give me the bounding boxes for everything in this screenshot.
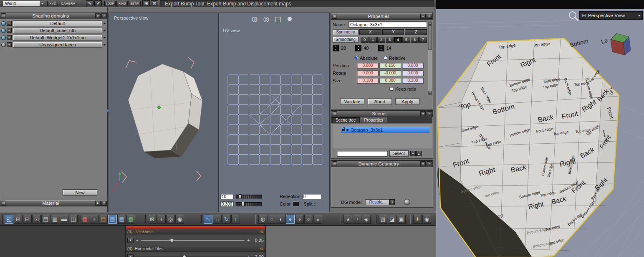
- snap-toggle-icon[interactable]: ⊠: [148, 215, 157, 224]
- close-icon[interactable]: ✕: [427, 14, 432, 19]
- close-icon[interactable]: ✕: [427, 111, 432, 116]
- collapse-tree-icon[interactable]: ▼: [410, 151, 416, 156]
- absolute-radio[interactable]: [354, 56, 358, 60]
- add-domain-icon[interactable]: +: [7, 21, 12, 26]
- tile-v-input[interactable]: [220, 201, 234, 207]
- xyz-button[interactable]: XYZ: [47, 1, 58, 6]
- symmetry-axis-x[interactable]: X: [359, 29, 381, 35]
- uv-vertex[interactable]: [227, 94, 229, 95]
- smoothing-level-2[interactable]: 2: [377, 37, 385, 43]
- uv-vertex[interactable]: [238, 144, 239, 145]
- view-selector-dropdown[interactable]: ⊞ Perspective View ▼: [579, 11, 643, 20]
- uv-vertex[interactable]: [312, 124, 313, 125]
- slider-handle[interactable]: [182, 255, 187, 257]
- chevron-down-icon[interactable]: ▼: [389, 199, 395, 205]
- uv-vertex[interactable]: [280, 154, 281, 155]
- uv-vertex[interactable]: [248, 164, 250, 165]
- apply-button[interactable]: Apply: [395, 98, 419, 105]
- repetition-input[interactable]: [302, 194, 321, 199]
- smoothing-button[interactable]: Smoothing: [333, 37, 359, 43]
- uv-vertex[interactable]: [270, 84, 271, 86]
- uv-vertex[interactable]: [238, 104, 239, 105]
- smoothing-level-0[interactable]: 0: [361, 37, 369, 43]
- uv-canvas[interactable]: [219, 13, 330, 212]
- uv-vertex[interactable]: [227, 144, 229, 145]
- count-spinner-1[interactable]: ▴▾: [355, 45, 361, 51]
- ghost-sphere-icon[interactable]: ◒: [313, 215, 322, 224]
- uv-vertex[interactable]: [238, 84, 239, 86]
- smoothing-level-4[interactable]: 4: [394, 37, 402, 43]
- loop-button[interactable]: LOOP: [104, 1, 116, 6]
- uv-vertex[interactable]: [227, 104, 229, 105]
- minus-icon[interactable]: −: [136, 238, 139, 243]
- selection-count-icon[interactable]: ⊡: [151, 0, 158, 6]
- uv-vertex[interactable]: [259, 144, 260, 145]
- perspective-canvas[interactable]: z: [109, 13, 219, 212]
- scrollbar-thumb[interactable]: [428, 25, 432, 50]
- expand-arrow-icon[interactable]: ▶: [102, 35, 107, 41]
- rotate-cursor-icon[interactable]: ↻: [222, 215, 231, 224]
- domain-item-cube-ntb[interactable]: Default_cube_ntb: [13, 28, 102, 33]
- domain-item-unassigned[interactable]: Unassigned faces: [13, 42, 102, 48]
- scene-tree-item-octagon[interactable]: ◉ Octagon_3x3x1: [341, 127, 429, 133]
- chevron-down-icon[interactable]: ▼: [420, 161, 426, 166]
- uv-vertex[interactable]: [312, 114, 313, 115]
- uv-vertex[interactable]: [301, 164, 303, 165]
- uv-vertex[interactable]: [248, 104, 250, 105]
- expand-arrow-icon[interactable]: ▶: [102, 20, 107, 26]
- uv-vertex[interactable]: [270, 74, 271, 76]
- red-slider-bar[interactable]: [126, 226, 265, 229]
- uv-vertex[interactable]: [291, 154, 292, 155]
- uv-grid-snap-icon[interactable]: ▦: [117, 215, 126, 224]
- domain-item-default[interactable]: Default: [13, 20, 102, 26]
- uv-vertex[interactable]: [259, 74, 260, 76]
- uv-vertex[interactable]: [238, 134, 239, 135]
- uv-vertex[interactable]: [312, 94, 313, 95]
- uv-vertex[interactable]: [227, 154, 229, 155]
- pan-right-arrow-icon[interactable]: ▶: [107, 109, 110, 112]
- uv-vertex[interactable]: [301, 144, 303, 145]
- uv-vertex[interactable]: [248, 94, 250, 95]
- rotate-z-field[interactable]: 0.000: [402, 70, 424, 76]
- pan-tool-icon[interactable]: +: [157, 215, 166, 224]
- uv-vertex[interactable]: [227, 114, 229, 115]
- select-object-mode-icon[interactable]: ◱: [5, 215, 13, 224]
- uv-vertex[interactable]: [227, 124, 229, 125]
- uv-vertex[interactable]: [227, 84, 229, 86]
- uv-vertex[interactable]: [301, 124, 303, 125]
- close-icon[interactable]: ✕: [427, 161, 432, 166]
- count-spinner-0[interactable]: ▴▾: [333, 45, 339, 51]
- cube-wire-icon[interactable]: ▧: [379, 215, 387, 224]
- scale-cursor-icon[interactable]: ↕: [231, 215, 240, 224]
- relative-radio[interactable]: [384, 56, 387, 60]
- uv-vertex[interactable]: [322, 114, 323, 115]
- eye-icon[interactable]: ◉: [346, 128, 349, 132]
- uv-vertex[interactable]: [291, 104, 292, 105]
- tiles-collapse-icon[interactable]: ▼: [127, 254, 134, 257]
- select-all-mode-icon[interactable]: ◫: [69, 215, 78, 224]
- uv-vertex[interactable]: [259, 124, 260, 125]
- color-swatch[interactable]: [293, 201, 299, 206]
- select-button[interactable]: Select: [389, 150, 409, 157]
- panel-menu-icon[interactable]: ▤: [1, 13, 6, 18]
- move-cursor-icon[interactable]: ↔: [213, 215, 222, 224]
- select-ring-mode-icon[interactable]: ▥: [51, 215, 59, 224]
- uv-vertex[interactable]: [322, 164, 323, 165]
- light-icon[interactable]: ☀: [413, 215, 422, 224]
- expand-tree-icon[interactable]: ▲: [416, 151, 422, 156]
- uv-vertex[interactable]: [301, 154, 303, 155]
- slider-handle[interactable]: [170, 238, 174, 242]
- chevron-down-icon[interactable]: ▼: [420, 111, 426, 116]
- uv-vertex[interactable]: [312, 144, 313, 145]
- panel-menu-icon[interactable]: ▤: [332, 14, 337, 19]
- smoothing-level-1[interactable]: 1: [369, 37, 377, 43]
- count-spinner-2[interactable]: ▴▾: [378, 45, 384, 51]
- visibility-eye-icon[interactable]: ◉: [175, 215, 184, 224]
- loop-grid-icon[interactable]: ⊞: [142, 0, 150, 6]
- uv-vertex[interactable]: [238, 114, 239, 115]
- uv-vertex[interactable]: [227, 134, 229, 135]
- uv-vertex[interactable]: [259, 114, 260, 115]
- uv-vertex[interactable]: [322, 134, 323, 135]
- polyline-tool-icon[interactable]: ✎: [86, 0, 93, 6]
- uv-vertex[interactable]: [301, 84, 303, 86]
